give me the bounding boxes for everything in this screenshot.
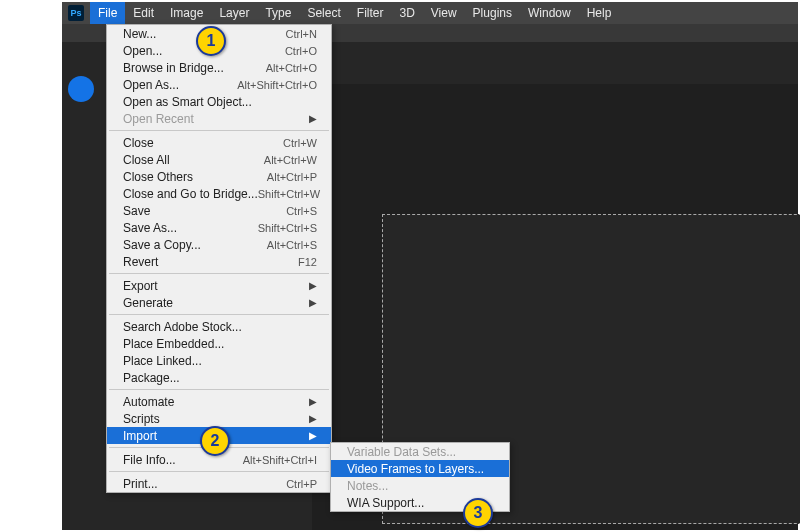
submenu-arrow-icon: ▶ <box>309 413 317 424</box>
menu-item-shortcut: Ctrl+O <box>285 45 317 57</box>
file-menu-item[interactable]: Package... <box>107 369 331 386</box>
file-menu-item[interactable]: Place Embedded... <box>107 335 331 352</box>
menu-item-shortcut: Alt+Ctrl+W <box>264 154 317 166</box>
menu-item-label: Place Linked... <box>123 354 202 368</box>
menu-separator <box>109 273 329 274</box>
menu-filter[interactable]: Filter <box>349 2 392 24</box>
file-menu-item[interactable]: Close and Go to Bridge...Shift+Ctrl+W <box>107 185 331 202</box>
menu-item-shortcut: Alt+Shift+Ctrl+O <box>237 79 317 91</box>
menu-item-shortcut: Shift+Ctrl+S <box>258 222 317 234</box>
file-menu-item[interactable]: Search Adobe Stock... <box>107 318 331 335</box>
callout-badge-2: 2 <box>200 426 230 456</box>
file-menu-item[interactable]: RevertF12 <box>107 253 331 270</box>
file-menu-item: Open Recent▶ <box>107 110 331 127</box>
menu-item-label: Automate <box>123 395 174 409</box>
import-submenu-item[interactable]: Video Frames to Layers... <box>331 460 509 477</box>
menu-item-label: Export <box>123 279 158 293</box>
menu-item-label: Open As... <box>123 78 179 92</box>
file-menu-item[interactable]: Generate▶ <box>107 294 331 311</box>
menu-image[interactable]: Image <box>162 2 211 24</box>
menu-item-label: Print... <box>123 477 158 491</box>
file-menu-item[interactable]: Place Linked... <box>107 352 331 369</box>
menu-item-label: Video Frames to Layers... <box>347 462 484 476</box>
menu-item-label: Generate <box>123 296 173 310</box>
callout-badge-3: 3 <box>463 498 493 528</box>
menu-file[interactable]: File <box>90 2 125 24</box>
menu-item-label: Open... <box>123 44 162 58</box>
menu-item-label: Save As... <box>123 221 177 235</box>
menu-item-label: Close <box>123 136 154 150</box>
menu-item-shortcut: Alt+Ctrl+P <box>267 171 317 183</box>
menu-item-label: Close and Go to Bridge... <box>123 187 258 201</box>
menu-select[interactable]: Select <box>299 2 348 24</box>
file-menu-item[interactable]: Close AllAlt+Ctrl+W <box>107 151 331 168</box>
menu-item-label: Open as Smart Object... <box>123 95 252 109</box>
menu-item-shortcut: Ctrl+S <box>286 205 317 217</box>
menubar: Ps FileEditImageLayerTypeSelectFilter3DV… <box>62 2 798 24</box>
file-menu-item[interactable]: SaveCtrl+S <box>107 202 331 219</box>
callout-badge-1: 1 <box>196 26 226 56</box>
menu-window[interactable]: Window <box>520 2 579 24</box>
submenu-arrow-icon: ▶ <box>309 396 317 407</box>
menu-item-label: Package... <box>123 371 180 385</box>
file-menu-item[interactable]: Automate▶ <box>107 393 331 410</box>
menu-item-label: Variable Data Sets... <box>347 445 456 459</box>
menu-item-label: Scripts <box>123 412 160 426</box>
file-menu-item[interactable]: Scripts▶ <box>107 410 331 427</box>
menu-3d[interactable]: 3D <box>391 2 422 24</box>
submenu-arrow-icon: ▶ <box>309 297 317 308</box>
file-menu-item[interactable]: Save a Copy...Alt+Ctrl+S <box>107 236 331 253</box>
menu-item-shortcut: Alt+Shift+Ctrl+I <box>243 454 317 466</box>
menu-item-shortcut: Alt+Ctrl+S <box>267 239 317 251</box>
import-submenu-item: Variable Data Sets... <box>331 443 509 460</box>
menu-type[interactable]: Type <box>257 2 299 24</box>
menu-item-label: New... <box>123 27 156 41</box>
menu-item-label: Place Embedded... <box>123 337 224 351</box>
menu-item-shortcut: Ctrl+W <box>283 137 317 149</box>
file-menu-item[interactable]: CloseCtrl+W <box>107 134 331 151</box>
file-menu-item[interactable]: Open as Smart Object... <box>107 93 331 110</box>
menu-plugins[interactable]: Plugins <box>465 2 520 24</box>
menu-item-label: WIA Support... <box>347 496 424 510</box>
file-menu-item[interactable]: Print...Ctrl+P <box>107 475 331 492</box>
menu-separator <box>109 389 329 390</box>
submenu-arrow-icon: ▶ <box>309 280 317 291</box>
menu-item-label: Save a Copy... <box>123 238 201 252</box>
menu-help[interactable]: Help <box>579 2 620 24</box>
menu-layer[interactable]: Layer <box>211 2 257 24</box>
menu-item-label: Open Recent <box>123 112 194 126</box>
file-menu-item[interactable]: Open As...Alt+Shift+Ctrl+O <box>107 76 331 93</box>
menu-item-label: Notes... <box>347 479 388 493</box>
menu-item-shortcut: F12 <box>298 256 317 268</box>
menu-separator <box>109 130 329 131</box>
menu-view[interactable]: View <box>423 2 465 24</box>
menu-item-label: File Info... <box>123 453 176 467</box>
submenu-arrow-icon: ▶ <box>309 430 317 441</box>
menu-item-shortcut: Alt+Ctrl+O <box>266 62 317 74</box>
submenu-arrow-icon: ▶ <box>309 113 317 124</box>
import-submenu-item: Notes... <box>331 477 509 494</box>
menu-separator <box>109 471 329 472</box>
menu-item-label: Revert <box>123 255 158 269</box>
menu-edit[interactable]: Edit <box>125 2 162 24</box>
menu-item-shortcut: Shift+Ctrl+W <box>258 188 320 200</box>
menu-item-label: Import <box>123 429 157 443</box>
menu-separator <box>109 314 329 315</box>
menu-item-label: Search Adobe Stock... <box>123 320 242 334</box>
file-menu-item[interactable]: Close OthersAlt+Ctrl+P <box>107 168 331 185</box>
menu-item-shortcut: Ctrl+N <box>286 28 317 40</box>
menu-item-shortcut: Ctrl+P <box>286 478 317 490</box>
file-menu-item[interactable]: Browse in Bridge...Alt+Ctrl+O <box>107 59 331 76</box>
photoshop-logo-icon: Ps <box>68 5 84 21</box>
file-menu-dropdown: New...Ctrl+NOpen...Ctrl+OBrowse in Bridg… <box>106 24 332 493</box>
home-icon[interactable] <box>68 76 94 102</box>
menu-item-label: Close All <box>123 153 170 167</box>
menu-item-label: Browse in Bridge... <box>123 61 224 75</box>
menu-item-label: Close Others <box>123 170 193 184</box>
file-menu-item[interactable]: Export▶ <box>107 277 331 294</box>
menu-item-label: Save <box>123 204 150 218</box>
file-menu-item[interactable]: Save As...Shift+Ctrl+S <box>107 219 331 236</box>
